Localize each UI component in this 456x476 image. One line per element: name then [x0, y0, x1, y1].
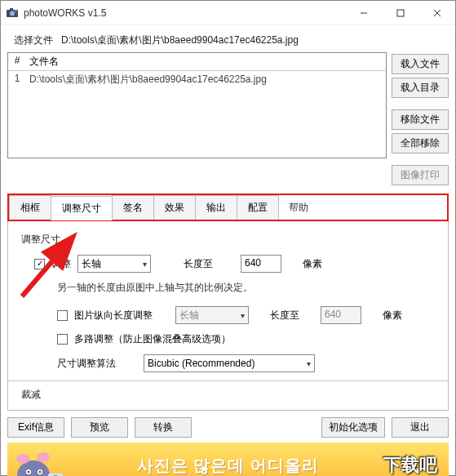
adjust-checkbox[interactable]	[34, 259, 45, 269]
svg-point-10	[28, 471, 29, 473]
init-options-button[interactable]: 初始化选项	[321, 417, 385, 438]
length-to2-label: 长度至	[270, 309, 299, 323]
crop-group-label: 裁减	[21, 388, 422, 402]
pixel-label: 像素	[303, 257, 322, 271]
adjust-label: 调整	[51, 257, 71, 271]
banner-character-icon	[11, 447, 76, 476]
col-header-index[interactable]: #	[8, 53, 26, 70]
chevron-down-icon: ▾	[143, 260, 147, 269]
current-path: D:\tools\桌面\素材\图片\b8aeed9904ac17ec46225a…	[61, 33, 299, 47]
file-list[interactable]: # 文件名 1 D:\tools\桌面\素材\图片\b8aeed9904ac17…	[7, 52, 387, 158]
banner-watermark: 下载吧 www.xiazaiba.com	[377, 453, 444, 476]
length2-input: 640	[321, 306, 361, 324]
svg-rect-5	[397, 10, 404, 16]
remove-file-button[interactable]: 移除文件	[392, 109, 449, 130]
algo-select[interactable]: Bicubic (Recommended) ▾	[144, 354, 315, 372]
window-title: photoWORKS v1.5	[24, 7, 345, 19]
exit-button[interactable]: 退出	[392, 417, 449, 438]
col-header-filename[interactable]: 文件名	[26, 53, 386, 70]
exif-button[interactable]: Exif信息	[7, 417, 64, 438]
tab-frame[interactable]: 相框	[9, 195, 51, 220]
select-file-label: 选择文件	[14, 33, 53, 47]
svg-point-2	[10, 11, 15, 16]
multipass-label: 多路调整（防止图像混叠高级选项）	[74, 332, 231, 346]
close-button[interactable]	[418, 1, 455, 25]
convert-button[interactable]: 转换	[135, 417, 192, 438]
svg-point-3	[15, 10, 17, 11]
length-to-label: 长度至	[184, 257, 213, 271]
svg-point-13	[16, 454, 29, 464]
algo-label: 尺寸调整算法	[57, 357, 116, 371]
ratio-note: 另一轴的长度由原图中上轴与其的比例决定。	[57, 281, 435, 295]
portrait-checkbox[interactable]	[57, 310, 68, 321]
tab-effects[interactable]: 效果	[153, 195, 196, 220]
tab-help[interactable]: 帮助	[278, 196, 319, 220]
tab-resize[interactable]: 调整尺寸	[51, 196, 113, 220]
tab-signature[interactable]: 签名	[112, 195, 154, 220]
load-file-button[interactable]: 载入文件	[392, 54, 449, 74]
resize-group-label: 调整尺寸	[21, 233, 422, 247]
file-row-index: 1	[8, 71, 26, 88]
svg-point-14	[37, 452, 50, 462]
remove-all-button[interactable]: 全部移除	[392, 133, 449, 153]
tab-output[interactable]: 输出	[195, 195, 237, 220]
multipass-checkbox[interactable]	[57, 334, 68, 345]
maximize-button[interactable]	[382, 1, 418, 25]
file-row[interactable]: 1 D:\tools\桌面\素材\图片\b8aeed9904ac17ec4622…	[8, 71, 386, 88]
banner-text: 사진은 많은데 어디올리	[137, 455, 319, 477]
preview-button[interactable]: 预览	[71, 417, 128, 438]
image-print-button[interactable]: 图像打印	[392, 165, 449, 185]
chevron-down-icon: ▾	[241, 311, 245, 320]
app-icon	[6, 7, 19, 20]
tabs-bar: 相框 调整尺寸 签名 效果 输出 配置 帮助	[7, 194, 449, 221]
axis-select[interactable]: 长轴 ▾	[77, 255, 151, 273]
chevron-down-icon: ▾	[307, 359, 311, 368]
resize-panel: 调整尺寸 调整 长轴 ▾ 长度至 640 像素 另一轴的长度由原图中上轴与其的比…	[7, 221, 449, 411]
pixel2-label: 像素	[383, 309, 402, 323]
portrait-label: 图片纵向长度调整	[74, 309, 153, 323]
length-input[interactable]: 640	[241, 255, 281, 273]
svg-rect-1	[10, 8, 13, 11]
banner[interactable]: 사진은 많은데 어디올리 下载吧 www.xiazaiba.com	[7, 443, 449, 476]
svg-point-12	[39, 471, 41, 473]
file-row-name: D:\tools\桌面\素材\图片\b8aeed9904ac17ec46225a…	[26, 71, 386, 88]
axis2-select: 长轴 ▾	[175, 306, 249, 324]
minimize-button[interactable]	[345, 1, 382, 25]
tab-config[interactable]: 配置	[237, 195, 279, 220]
load-dir-button[interactable]: 载入目录	[392, 78, 449, 98]
